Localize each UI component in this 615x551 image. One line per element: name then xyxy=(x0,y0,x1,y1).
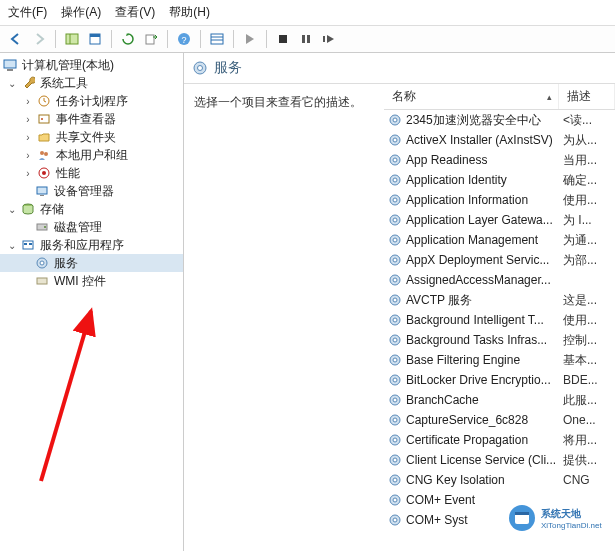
svg-rect-33 xyxy=(37,278,47,284)
gear-icon xyxy=(388,233,402,247)
service-name: AppX Deployment Servic... xyxy=(406,253,549,267)
tree-device-manager[interactable]: 设备管理器 xyxy=(0,182,183,200)
service-row[interactable]: Application Information使用... xyxy=(384,190,615,210)
service-row[interactable]: AppX Deployment Servic...为部... xyxy=(384,250,615,270)
list-header[interactable]: 名称 ▴ 描述 xyxy=(384,84,615,110)
tree-storage[interactable]: ⌄ 存储 xyxy=(0,200,183,218)
pause-button[interactable] xyxy=(296,29,316,49)
services-apps-icon xyxy=(20,237,36,253)
refresh-button[interactable] xyxy=(118,29,138,49)
tree-event-viewer[interactable]: › 事件查看器 xyxy=(0,110,183,128)
tree-system-tools[interactable]: ⌄ 系统工具 xyxy=(0,74,183,92)
service-name: Application Information xyxy=(406,193,528,207)
tree-disk-mgmt[interactable]: 磁盘管理 xyxy=(0,218,183,236)
col-desc[interactable]: 描述 xyxy=(559,84,615,109)
service-desc: CNG xyxy=(559,473,590,487)
service-row[interactable]: Client License Service (Cli...提供... xyxy=(384,450,615,470)
chevron-down-icon[interactable]: ⌄ xyxy=(6,239,18,251)
list-view-button[interactable] xyxy=(207,29,227,49)
svg-point-35 xyxy=(198,66,203,71)
tree-shared-folders[interactable]: › 共享文件夹 xyxy=(0,128,183,146)
tree-performance[interactable]: › 性能 xyxy=(0,164,183,182)
service-row[interactable]: Certificate Propagation将用... xyxy=(384,430,615,450)
play-button[interactable] xyxy=(240,29,260,49)
tree-root[interactable]: 计算机管理(本地) xyxy=(0,56,183,74)
col-name-label: 名称 xyxy=(392,89,416,103)
service-desc: 确定... xyxy=(559,172,597,189)
svg-rect-4 xyxy=(146,35,154,44)
service-row[interactable]: AssignedAccessManager... xyxy=(384,270,615,290)
export-button[interactable] xyxy=(141,29,161,49)
computer-icon xyxy=(2,57,18,73)
svg-rect-14 xyxy=(4,60,16,68)
detail-title: 服务 xyxy=(214,59,242,77)
menu-file[interactable]: 文件(F) xyxy=(8,4,47,21)
chevron-right-icon[interactable]: › xyxy=(22,167,34,179)
tree-services[interactable]: 服务 xyxy=(0,254,183,272)
service-row[interactable]: Background Tasks Infras...控制... xyxy=(384,330,615,350)
service-row[interactable]: CaptureService_6c828One... xyxy=(384,410,615,430)
service-row[interactable]: BitLocker Drive Encryptio...BDE... xyxy=(384,370,615,390)
chevron-down-icon[interactable]: ⌄ xyxy=(6,77,18,89)
forward-button[interactable] xyxy=(29,29,49,49)
tree-task-scheduler[interactable]: › 任务计划程序 xyxy=(0,92,183,110)
wmi-icon xyxy=(34,273,50,289)
menu-view[interactable]: 查看(V) xyxy=(115,4,155,21)
col-name[interactable]: 名称 ▴ xyxy=(384,84,559,109)
service-row[interactable]: App Readiness当用... xyxy=(384,150,615,170)
chevron-down-icon[interactable]: ⌄ xyxy=(6,203,18,215)
properties-button[interactable] xyxy=(85,29,105,49)
chevron-right-icon[interactable]: › xyxy=(22,131,34,143)
service-row[interactable]: BranchCache此服... xyxy=(384,390,615,410)
svg-rect-15 xyxy=(7,69,13,71)
service-row[interactable]: Base Filtering Engine基本... xyxy=(384,350,615,370)
navigation-tree[interactable]: 计算机管理(本地) ⌄ 系统工具 › 任务计划程序 › 事件查看器 › 共享文件… xyxy=(0,53,184,551)
svg-point-45 xyxy=(393,198,397,202)
svg-rect-24 xyxy=(40,195,44,196)
tree-wmi-control[interactable]: WMI 控件 xyxy=(0,272,183,290)
svg-point-71 xyxy=(393,458,397,462)
tree-local-users[interactable]: › 本地用户和组 xyxy=(0,146,183,164)
service-row[interactable]: 2345加速浏览器安全中心<读... xyxy=(384,110,615,130)
menu-help[interactable]: 帮助(H) xyxy=(169,4,210,21)
service-name: AssignedAccessManager... xyxy=(406,273,551,287)
back-button[interactable] xyxy=(6,29,26,49)
restart-button[interactable] xyxy=(319,29,339,49)
service-name: 2345加速浏览器安全中心 xyxy=(406,112,541,129)
chevron-right-icon[interactable]: › xyxy=(22,113,34,125)
service-row[interactable]: AVCTP 服务这是... xyxy=(384,290,615,310)
chevron-right-icon[interactable]: › xyxy=(22,95,34,107)
service-row[interactable]: Background Intelligent T...使用... xyxy=(384,310,615,330)
service-row[interactable]: Application Management为通... xyxy=(384,230,615,250)
svg-rect-29 xyxy=(24,243,27,245)
help-button[interactable]: ? xyxy=(174,29,194,49)
gear-icon xyxy=(388,113,402,127)
svg-point-55 xyxy=(393,298,397,302)
chevron-right-icon[interactable]: › xyxy=(22,149,34,161)
service-desc: 控制... xyxy=(559,332,597,349)
wrench-icon xyxy=(20,75,36,91)
gear-icon xyxy=(388,433,402,447)
svg-point-41 xyxy=(393,158,397,162)
svg-point-59 xyxy=(393,338,397,342)
sort-asc-icon: ▴ xyxy=(547,92,552,102)
service-row[interactable]: Application Layer Gatewa...为 I... xyxy=(384,210,615,230)
description-prompt: 选择一个项目来查看它的描述。 xyxy=(194,95,362,109)
stop-button[interactable] xyxy=(273,29,293,49)
service-name: Base Filtering Engine xyxy=(406,353,520,367)
menu-action[interactable]: 操作(A) xyxy=(61,4,101,21)
storage-icon xyxy=(20,201,36,217)
service-row[interactable]: Application Identity确定... xyxy=(384,170,615,190)
gear-icon xyxy=(388,513,402,527)
service-row[interactable]: CNG Key IsolationCNG xyxy=(384,470,615,490)
service-row[interactable]: COM+ Event xyxy=(384,490,615,510)
tree-services-apps[interactable]: ⌄ 服务和应用程序 xyxy=(0,236,183,254)
gear-icon xyxy=(388,133,402,147)
service-desc: 使用... xyxy=(559,312,597,329)
service-row[interactable]: ActiveX Installer (AxInstSV)为从... xyxy=(384,130,615,150)
services-list[interactable]: 名称 ▴ 描述 2345加速浏览器安全中心<读...ActiveX Instal… xyxy=(384,84,615,551)
show-hide-button[interactable] xyxy=(62,29,82,49)
service-row[interactable]: COM+ Syst xyxy=(384,510,615,530)
gear-icon xyxy=(388,153,402,167)
gear-icon xyxy=(388,453,402,467)
